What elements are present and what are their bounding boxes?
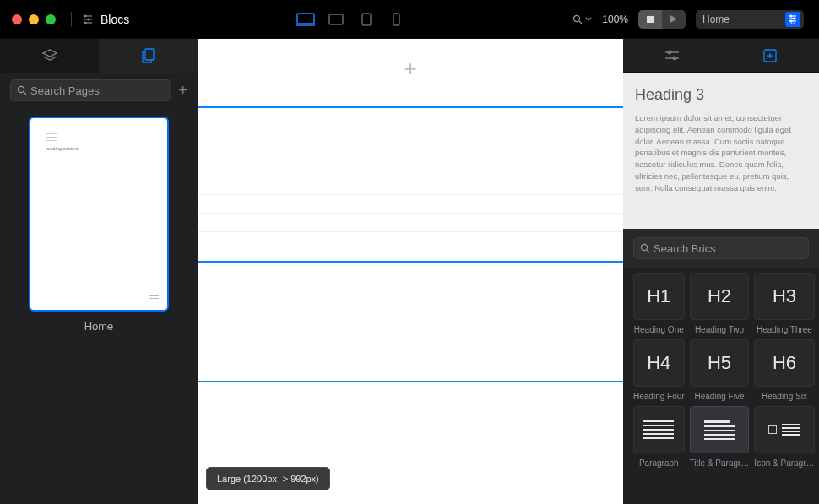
bric-cell-h6[interactable]: H6Heading Six <box>754 339 814 401</box>
bric-cell-tp[interactable]: Title & Paragr… <box>690 406 750 468</box>
bric-label: Heading Two <box>690 325 750 334</box>
svg-point-18 <box>793 18 795 19</box>
left-panel: Search Pages + heading content Home <box>0 39 198 504</box>
bric-label: Icon & Paragr… <box>754 458 814 468</box>
zoom-level-label: 100% <box>602 14 628 25</box>
page-selector-dropdown-icon <box>785 12 800 27</box>
svg-point-5 <box>84 22 86 24</box>
svg-rect-9 <box>362 14 371 25</box>
device-phone-button[interactable] <box>386 11 408 28</box>
bric-tile: H1 <box>633 273 685 320</box>
guide-line <box>198 213 623 214</box>
device-desktop-button[interactable] <box>295 11 317 28</box>
left-panel-tabs <box>0 39 198 73</box>
search-icon <box>640 243 650 253</box>
tab-inspector[interactable] <box>623 39 721 72</box>
close-window-button[interactable] <box>12 14 22 24</box>
bric-tile <box>690 406 750 453</box>
bric-label: Heading Four <box>633 392 685 401</box>
guide-line <box>198 106 623 108</box>
svg-line-22 <box>24 92 26 95</box>
sliders-icon <box>664 50 680 62</box>
bric-tile: H5 <box>690 339 750 387</box>
pages-icon <box>142 48 155 63</box>
bric-cell-h4[interactable]: H4Heading Four <box>633 339 685 401</box>
right-panel-tabs <box>623 39 819 73</box>
add-page-button[interactable]: + <box>178 82 187 100</box>
add-bric-button[interactable]: + <box>198 56 623 82</box>
guide-line <box>198 194 623 195</box>
page-selector-label: Home <box>702 14 730 25</box>
bric-tile: H2 <box>690 273 750 320</box>
device-tablet-portrait-button[interactable] <box>355 11 377 28</box>
svg-point-3 <box>84 15 86 17</box>
bric-label: Heading Three <box>754 325 814 334</box>
minimize-window-button[interactable] <box>29 14 39 24</box>
page-thumbnail-label: Home <box>15 320 182 333</box>
svg-rect-6 <box>297 14 314 24</box>
page-selector[interactable]: Home <box>696 10 804 29</box>
bric-label: Heading Six <box>754 392 814 401</box>
selection-top-edge <box>198 261 623 263</box>
search-brics-input[interactable]: Search Brics <box>633 237 809 259</box>
thumb-mini-heading: heading content <box>46 146 152 151</box>
app-name-label: Blocs <box>100 13 129 26</box>
stop-preview-button[interactable] <box>638 10 662 29</box>
preview-body-text: Lorem ipsum dolor sit amet, consectetuer… <box>635 112 807 193</box>
page-thumbnail-home[interactable]: heading content <box>29 117 169 312</box>
app-title: Blocs <box>82 13 129 26</box>
search-pages-input[interactable]: Search Pages <box>10 79 171 101</box>
zoom-search-button[interactable] <box>572 14 592 24</box>
bric-tile: H6 <box>754 339 814 387</box>
play-preview-button[interactable] <box>662 10 686 29</box>
add-bric-icon <box>763 49 777 62</box>
bric-cell-h1[interactable]: H1Heading One <box>633 273 685 334</box>
device-tablet-landscape-button[interactable] <box>325 11 347 28</box>
bric-cell-para[interactable]: Paragraph <box>633 406 685 468</box>
search-brics-placeholder: Search Brics <box>654 242 716 255</box>
bric-cell-h3[interactable]: H3Heading Three <box>754 273 814 334</box>
bric-cell-h5[interactable]: H5Heading Five <box>690 339 750 401</box>
breakpoint-tooltip: Large (1200px -> 992px) <box>206 467 330 490</box>
svg-rect-8 <box>329 14 343 24</box>
bric-cell-h2[interactable]: H2Heading Two <box>690 273 750 334</box>
window-controls <box>12 14 56 24</box>
svg-point-21 <box>18 86 24 92</box>
search-icon <box>17 85 27 95</box>
svg-point-30 <box>641 244 647 250</box>
svg-point-11 <box>574 15 580 21</box>
preview-mode-segment <box>638 10 686 29</box>
bric-tile <box>754 406 814 453</box>
titlebar: Blocs 100% Home <box>0 0 819 39</box>
preview-heading: Heading 3 <box>635 86 807 104</box>
maximize-window-button[interactable] <box>46 14 56 24</box>
layers-icon <box>42 49 57 62</box>
bric-label: Heading Five <box>690 392 750 401</box>
tab-brics-library[interactable] <box>721 39 819 72</box>
page-canvas[interactable]: + <box>198 39 623 504</box>
svg-point-4 <box>88 19 89 20</box>
guide-line <box>198 231 623 232</box>
svg-rect-13 <box>647 16 654 23</box>
svg-line-31 <box>647 250 649 252</box>
bric-tile: H4 <box>633 339 685 387</box>
brics-grid: H1Heading OneH2Heading TwoH3Heading Thre… <box>623 268 819 478</box>
chevron-down-icon <box>585 17 592 22</box>
canvas-area: + Large (1200px -> 992px) <box>198 39 623 504</box>
bric-label: Paragraph <box>633 458 685 468</box>
svg-rect-20 <box>145 49 154 60</box>
bric-label: Title & Paragr… <box>690 458 750 468</box>
bric-cell-ip[interactable]: Icon & Paragr… <box>754 406 814 468</box>
right-panel: Heading 3 Lorem ipsum dolor sit amet, co… <box>623 39 819 504</box>
titlebar-divider <box>71 12 72 27</box>
tab-layers[interactable] <box>0 39 99 73</box>
bric-tile <box>633 406 685 453</box>
search-pages-placeholder: Search Pages <box>30 84 100 97</box>
tab-pages[interactable] <box>99 39 198 73</box>
app-glyph-icon <box>82 14 94 25</box>
svg-line-12 <box>579 21 582 24</box>
bric-preview: Heading 3 Lorem ipsum dolor sit amet, co… <box>623 73 819 229</box>
bric-label: Heading One <box>633 325 685 334</box>
svg-rect-10 <box>393 14 399 25</box>
bric-tile: H3 <box>754 273 814 320</box>
